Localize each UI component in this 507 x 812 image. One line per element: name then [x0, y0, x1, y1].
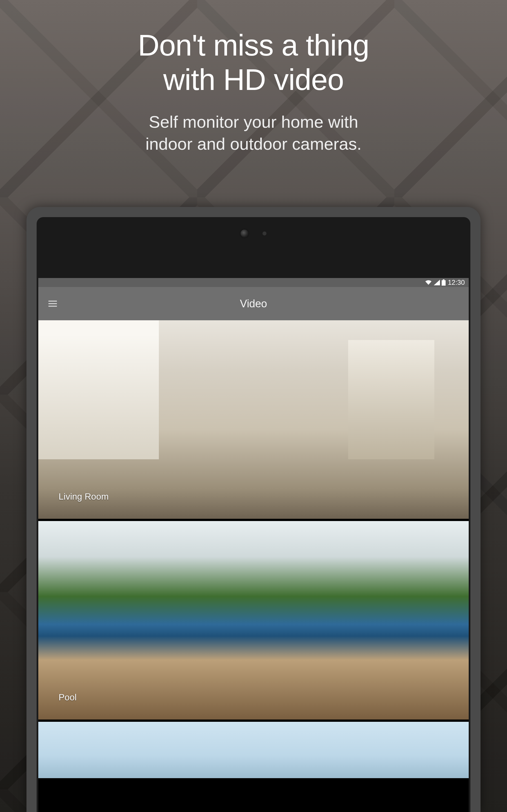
svg-rect-0	[443, 280, 445, 280]
signal-icon	[434, 280, 440, 285]
battery-icon	[442, 280, 446, 286]
camera-tile-partial[interactable]	[38, 722, 469, 778]
menu-icon	[48, 301, 57, 302]
app-bar-title: Video	[38, 298, 469, 310]
hero-title-line1: Don't miss a thing	[138, 29, 369, 62]
camera-list: Living Room Pool	[38, 320, 469, 778]
hero-subtitle-line1: Self monitor your home with	[149, 112, 358, 132]
camera-tile-pool[interactable]: Pool	[38, 521, 469, 719]
hero-subtitle-line2: indoor and outdoor cameras.	[145, 135, 361, 153]
hero-title-line2: with HD video	[163, 63, 344, 96]
status-icons	[425, 280, 446, 286]
wifi-icon	[425, 280, 432, 285]
tablet-front-camera	[240, 230, 267, 238]
svg-rect-1	[442, 280, 446, 286]
status-time: 12:30	[448, 278, 465, 287]
hero-section: Don't miss a thing with HD video Self mo…	[0, 0, 507, 155]
menu-button[interactable]	[48, 299, 57, 308]
camera-label: Pool	[59, 692, 76, 703]
sensor-dot-icon	[263, 232, 267, 236]
hero-title: Don't miss a thing with HD video	[0, 28, 507, 97]
app-bar: Video	[38, 287, 469, 320]
camera-label: Living Room	[59, 492, 109, 502]
status-bar: 12:30	[38, 278, 469, 287]
camera-lens-icon	[240, 230, 248, 238]
camera-tile-living-room[interactable]: Living Room	[38, 320, 469, 519]
tablet-screen: 12:30 Video Living Room Pool	[38, 278, 469, 812]
hero-subtitle: Self monitor your home with indoor and o…	[0, 111, 507, 155]
